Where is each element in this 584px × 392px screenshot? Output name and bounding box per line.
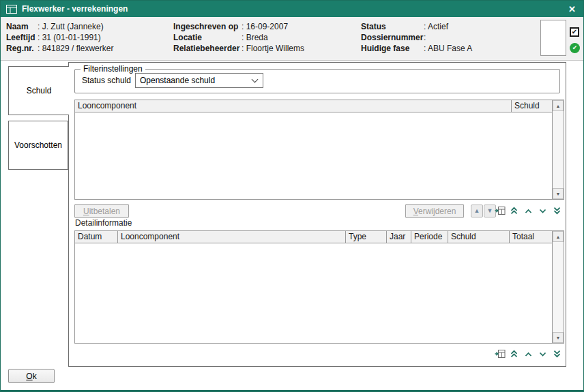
- header-col-personal: Naam: J. Zutt (Janneke) Leeftijd: 31 (01…: [6, 21, 113, 54]
- info-value: : ABU Fase A: [424, 44, 472, 53]
- scroll-up-button[interactable]: [523, 205, 534, 217]
- double-chevron-down-icon: [553, 349, 561, 359]
- tab-label: Schuld: [27, 86, 52, 95]
- info-value: : J. Zutt (Janneke): [38, 22, 104, 31]
- schuld-table-body[interactable]: [75, 112, 552, 199]
- info-label: Relatiebeheerder: [173, 43, 242, 54]
- column-header-periode: Periode: [411, 231, 448, 243]
- info-label: Ingeschreven op: [173, 21, 242, 32]
- scroll-to-bottom-button[interactable]: [551, 205, 563, 217]
- info-value: : Actief: [424, 22, 448, 31]
- insert-record-button[interactable]: [494, 205, 506, 217]
- detail-table-body[interactable]: [75, 243, 552, 343]
- button-label: k: [33, 372, 37, 381]
- info-label: Reg.nr.: [6, 43, 38, 54]
- status-schuld-select[interactable]: Openstaande schuld: [135, 73, 263, 88]
- scrollbar-down-button[interactable]: ▼: [553, 188, 564, 199]
- uitbetalen-button[interactable]: Uitbetalen: [74, 204, 129, 218]
- filter-fieldset: Filterinstellingen Status schuld Opensta…: [74, 69, 560, 93]
- chevron-down-icon: [252, 76, 259, 82]
- info-value: : 841829 / flexwerker: [38, 44, 113, 53]
- column-header-looncomponent: Looncomponent: [117, 231, 345, 243]
- double-chevron-down-icon: [553, 206, 561, 215]
- filter-legend: Filterinstellingen: [81, 64, 145, 74]
- chevron-up-icon: [524, 207, 533, 215]
- scrollbar-down-button[interactable]: ▼: [553, 332, 564, 343]
- info-label: Dossiernummer: [361, 32, 424, 43]
- down-arrow-icon: ▼: [487, 208, 493, 214]
- scroll-up-button[interactable]: [523, 348, 534, 360]
- scroll-down-button[interactable]: [537, 205, 549, 217]
- chevron-down-icon: [538, 207, 547, 215]
- insert-record-button[interactable]: [494, 348, 506, 360]
- chevron-down-icon: [538, 350, 547, 359]
- column-header-totaal: Totaal: [509, 231, 552, 243]
- button-mnemonic: U: [83, 207, 89, 216]
- button-mnemonic: V: [413, 207, 418, 216]
- scrollbar-up-button[interactable]: ▲: [553, 231, 564, 242]
- photo-placeholder: [540, 20, 566, 56]
- info-label: Naam: [6, 21, 38, 32]
- up-arrow-icon: ▲: [474, 208, 480, 214]
- detail-table-header: Datum Looncomponent Type Jaar Periode Sc…: [75, 231, 552, 243]
- flexwerker-window: Flexwerker - verrekeningen ✕ Naam: J. Zu…: [0, 0, 584, 392]
- scrollbar-track[interactable]: [553, 242, 564, 332]
- info-value: : Breda: [242, 33, 268, 42]
- button-label: erwijderen: [418, 207, 456, 216]
- column-header-looncomponent: Looncomponent: [75, 100, 511, 112]
- scroll-down-button[interactable]: [537, 348, 549, 360]
- down-arrow-icon: ▼: [556, 335, 561, 340]
- ok-button[interactable]: Ok: [8, 369, 55, 383]
- window-title: Flexwerker - verrekeningen: [22, 4, 128, 14]
- header-col-registration: Ingeschreven op: 16-09-2007 Locatie: Bre…: [173, 21, 304, 54]
- scroll-to-bottom-button[interactable]: [551, 348, 563, 360]
- column-header-schuld: Schuld: [511, 100, 552, 112]
- select-value: Openstaande schuld: [140, 76, 215, 85]
- column-header-jaar: Jaar: [386, 231, 411, 243]
- column-header-datum: Datum: [75, 231, 117, 243]
- info-label: Leeftijd: [6, 32, 38, 43]
- vertical-scrollbar[interactable]: ▲ ▼: [552, 231, 564, 343]
- schuld-table-header: Looncomponent Schuld: [75, 100, 552, 112]
- scroll-to-top-button[interactable]: [508, 205, 520, 217]
- scrollbar-track[interactable]: [553, 111, 564, 188]
- header-checkbox[interactable]: ✔: [570, 27, 579, 37]
- insert-record-icon: [495, 206, 506, 215]
- button-mnemonic: O: [26, 372, 32, 381]
- vertical-scrollbar[interactable]: ▲ ▼: [552, 100, 564, 199]
- record-nav-icons: [494, 205, 563, 217]
- verwijderen-button[interactable]: Verwijderen: [405, 204, 464, 218]
- schuld-panel: Filterinstellingen Status schuld Opensta…: [68, 62, 566, 367]
- down-arrow-icon: ▼: [556, 192, 561, 196]
- tab-schuld[interactable]: Schuld: [8, 66, 69, 115]
- double-chevron-up-icon: [510, 349, 519, 359]
- scroll-to-top-button[interactable]: [508, 348, 520, 360]
- detail-section-title: Detailinformatie: [75, 218, 132, 228]
- info-value: : Floortje Willems: [242, 44, 304, 53]
- double-chevron-up-icon: [510, 206, 519, 215]
- up-arrow-icon: ▲: [556, 235, 561, 239]
- tab-label: Voorschotten: [14, 140, 62, 150]
- schuld-table: Looncomponent Schuld ▲ ▼: [74, 100, 564, 200]
- info-value: :: [424, 33, 426, 42]
- insert-record-icon: [495, 349, 506, 359]
- status-ok-icon: ✔: [570, 43, 580, 53]
- scrollbar-up-button[interactable]: ▲: [553, 100, 564, 111]
- column-header-type: Type: [345, 231, 386, 243]
- dialog-body: Schuld Voorschotten Filterinstellingen S…: [1, 61, 583, 390]
- chevron-up-icon: [524, 350, 533, 359]
- move-up-button[interactable]: ▲: [471, 205, 483, 217]
- close-icon[interactable]: ✕: [566, 3, 578, 15]
- tab-voorschotten[interactable]: Voorschotten: [8, 121, 68, 170]
- detail-table: Datum Looncomponent Type Jaar Periode Sc…: [74, 230, 564, 344]
- header-info-panel: Naam: J. Zutt (Janneke) Leeftijd: 31 (01…: [1, 17, 583, 61]
- detail-table-content: Datum Looncomponent Type Jaar Periode Sc…: [75, 231, 552, 343]
- info-value: : 31 (01-01-1991): [38, 33, 101, 42]
- info-label: Huidige fase: [361, 43, 424, 54]
- up-arrow-icon: ▲: [556, 104, 561, 108]
- info-value: : 16-09-2007: [242, 22, 288, 31]
- record-nav-icons: [494, 348, 563, 360]
- app-icon: [6, 5, 17, 14]
- schuld-table-content: Looncomponent Schuld: [75, 100, 552, 199]
- check-icon: ✔: [572, 29, 577, 35]
